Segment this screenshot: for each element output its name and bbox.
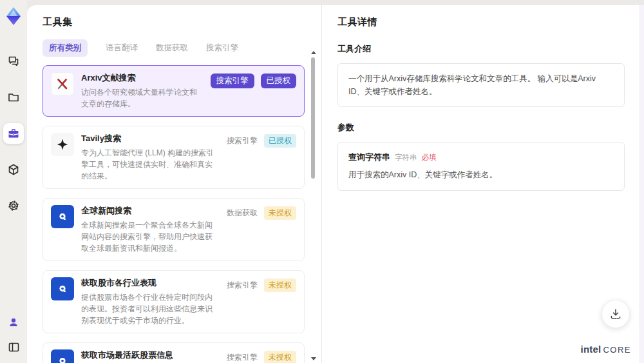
tool-desc: 访问各个研究领域大量科学论文和文章的存储库。 bbox=[81, 86, 204, 110]
stock-logo-icon bbox=[51, 277, 74, 300]
tool-card-arxiv[interactable]: Arxiv文献搜索 访问各个研究领域大量科学论文和文章的存储库。 搜索引擎 已授… bbox=[43, 65, 305, 117]
app-logo-icon bbox=[4, 6, 23, 26]
panel-toggle-icon[interactable] bbox=[3, 338, 24, 355]
tool-list-scrollbar[interactable] bbox=[310, 51, 316, 360]
arxiv-logo-icon bbox=[51, 72, 74, 95]
nav-chat-icon[interactable] bbox=[3, 51, 24, 72]
param-required-flag: 必填 bbox=[422, 153, 437, 162]
param-desc: 用于搜索的Arxiv ID、关键字或作者姓名。 bbox=[348, 169, 614, 181]
nav-settings-icon[interactable] bbox=[3, 195, 24, 216]
tool-name: 全球新闻搜索 bbox=[81, 206, 220, 217]
nav-folder-icon[interactable] bbox=[3, 87, 24, 108]
tool-card-list: Arxiv文献搜索 访问各个研究领域大量科学论文和文章的存储库。 搜索引擎 已授… bbox=[43, 65, 321, 363]
main-content: 工具集 所有类别 语言翻译 数据获取 搜索引擎 Arxiv文献搜索 访问 bbox=[27, 5, 644, 363]
user-avatar-icon[interactable] bbox=[3, 314, 24, 331]
tool-name: Tavily搜索 bbox=[81, 133, 220, 144]
globalnews-logo-icon bbox=[51, 205, 74, 228]
detail-title: 工具详情 bbox=[337, 16, 625, 28]
tool-name: Arxiv文献搜索 bbox=[81, 73, 204, 84]
tool-category-badge: 搜索引擎 bbox=[227, 351, 258, 363]
tab-data-fetch[interactable]: 数据获取 bbox=[156, 39, 188, 57]
intel-core-logo: intelCORE bbox=[581, 344, 631, 355]
params-heading: 参数 bbox=[337, 122, 625, 133]
param-type: 字符串 bbox=[395, 153, 417, 162]
tool-status-badge: 未授权 bbox=[264, 351, 296, 363]
intro-heading: 工具介绍 bbox=[337, 43, 625, 55]
tool-status-badge: 未授权 bbox=[264, 206, 296, 220]
param-box: 查询字符串 字符串 必填 用于搜索的Arxiv ID、关键字或作者姓名。 bbox=[337, 142, 625, 191]
tool-category-badge: 搜索引擎 bbox=[227, 134, 258, 148]
scroll-up-icon[interactable] bbox=[311, 51, 316, 54]
tool-card-tavily[interactable]: Tavily搜索 专为人工智能代理 (LLM) 构建的搜索引擎工具，可快速提供实… bbox=[43, 126, 305, 189]
stock-logo-icon bbox=[51, 349, 74, 363]
tool-desc: 全球新闻搜索是一个聚合全球各大新闻网站内容的搜索引擎，帮助用户快速获取全球最新资… bbox=[81, 219, 220, 254]
tavily-sparkle-icon bbox=[51, 133, 74, 156]
intro-box: 一个用于从Arxiv存储库搜索科学论文和文章的工具。 输入可以是Arxiv ID… bbox=[337, 63, 625, 107]
tool-category-badge: 数据获取 bbox=[227, 206, 258, 220]
tab-all-categories[interactable]: 所有类别 bbox=[43, 39, 88, 57]
download-button[interactable] bbox=[601, 300, 630, 328]
tools-panel: 工具集 所有类别 语言翻译 数据获取 搜索引擎 Arxiv文献搜索 访问 bbox=[27, 5, 322, 363]
nav-toolbox-icon-active[interactable] bbox=[3, 123, 24, 144]
detail-scrollbar-track[interactable] bbox=[639, 5, 644, 363]
nav-cube-icon[interactable] bbox=[3, 159, 24, 180]
tab-translation[interactable]: 语言翻译 bbox=[106, 39, 138, 57]
tab-search-engine[interactable]: 搜索引擎 bbox=[206, 39, 238, 57]
scroll-down-icon[interactable] bbox=[311, 357, 316, 360]
tool-desc: 提供股票市场各个行业在特定时间段内的表现。投资者可以利用这些信息来识别表现优于或… bbox=[81, 291, 220, 326]
tool-card-most-active-stocks[interactable]: 获取市场最活跃股票信息 提供当天交易量最高的股票列表，投资者可以利用这些信息来识… bbox=[43, 342, 305, 363]
param-name: 查询字符串 bbox=[348, 152, 390, 163]
tool-card-global-news[interactable]: 全球新闻搜索 全球新闻搜索是一个聚合全球各大新闻网站内容的搜索引擎，帮助用户快速… bbox=[43, 198, 305, 261]
tool-category-badge: 搜索引擎 bbox=[227, 279, 258, 292]
tool-status-badge: 已授权 bbox=[264, 134, 296, 148]
tool-detail-panel: 工具详情 工具介绍 一个用于从Arxiv存储库搜索科学论文和文章的工具。 输入可… bbox=[322, 5, 644, 363]
app-sidebar bbox=[0, 0, 27, 363]
tool-status-badge: 已授权 bbox=[261, 74, 297, 88]
tool-category-badge: 搜索引擎 bbox=[211, 74, 254, 88]
core-wordmark: CORE bbox=[603, 345, 631, 355]
intel-wordmark: intel bbox=[581, 344, 601, 355]
category-tabs: 所有类别 语言翻译 数据获取 搜索引擎 bbox=[43, 39, 321, 57]
tool-name: 获取市场最活跃股票信息 bbox=[81, 350, 220, 361]
page-title: 工具集 bbox=[43, 16, 321, 28]
tool-desc: 专为人工智能代理 (LLM) 构建的搜索引擎工具，可快速提供实时、准确和真实的结… bbox=[81, 147, 220, 182]
tool-status-badge: 未授权 bbox=[264, 279, 296, 292]
scrollbar-thumb[interactable] bbox=[311, 57, 315, 179]
tool-card-sector-performance[interactable]: 获取股市各行业表现 提供股票市场各个行业在特定时间段内的表现。投资者可以利用这些… bbox=[43, 270, 305, 333]
tool-name: 获取股市各行业表现 bbox=[81, 278, 220, 289]
